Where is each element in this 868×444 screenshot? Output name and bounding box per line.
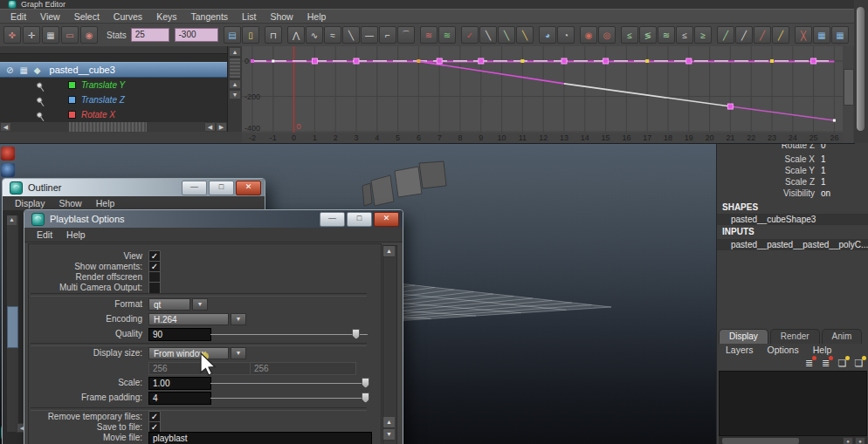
selected-node-row[interactable]: ⊘ ▦ ◆ pasted__cube3 [0, 62, 227, 78]
ge-menu-help[interactable]: Help [300, 10, 334, 23]
scroll-down-button[interactable]: ▼ [383, 429, 395, 441]
outliner-menu-show[interactable]: Show [52, 197, 88, 209]
ge-menu-edit[interactable]: Edit [3, 10, 33, 23]
movie-file-field[interactable]: playblast [148, 432, 372, 444]
ge-menu-list[interactable]: List [235, 10, 263, 23]
pre-infinity-cycle-icon[interactable]: ≤ [621, 26, 638, 44]
channel-row-translate-z[interactable]: Translate Z [0, 94, 227, 106]
attribute-row-scale-y[interactable]: Scale Y1 [717, 166, 868, 177]
layer-membership-icon[interactable]: ≣ [819, 357, 832, 369]
create-layer-from-selected-icon[interactable]: ❏ [852, 357, 865, 369]
format-dropdown-arrow[interactable]: ▼ [192, 298, 208, 311]
scroll-thumb[interactable] [7, 306, 18, 348]
swap-buffer-curves-icon[interactable]: ≋ [438, 26, 456, 44]
tab-anim[interactable]: Anim [822, 329, 863, 344]
attribute-row-visibility[interactable]: Visibilityon [717, 188, 868, 200]
curve-spreadsheet-icon[interactable]: ▦ [831, 26, 849, 44]
auto-tangents-icon[interactable]: ⋀ [287, 26, 305, 44]
center-current-time-icon[interactable]: ▯ [242, 26, 259, 44]
scroll-thumb[interactable] [229, 58, 241, 79]
scroll-left-button[interactable]: ◀ [0, 122, 11, 132]
graph-editor-curve-view[interactable]: -2-1012345678910111213141516171819202122… [242, 46, 843, 143]
post-infinity-cycle-icon[interactable]: ╱ [717, 26, 734, 44]
layer-horizontal-scrollbar[interactable]: ● ● [719, 436, 867, 444]
untemplate-channel-icon[interactable]: ◎ [598, 26, 616, 44]
stats-value-field[interactable]: -300 [175, 28, 218, 42]
attribute-row-rotate-z[interactable]: Rotate Z0 [717, 143, 868, 152]
attribute-value[interactable]: 1 [821, 177, 826, 187]
scroll-thumb[interactable] [722, 438, 799, 444]
encoding-dropdown[interactable]: H.264 [148, 313, 229, 325]
value-snap-icon[interactable]: ◔ [557, 26, 575, 44]
pre-infinity-linear-icon[interactable]: ≤ [676, 26, 693, 44]
scroll-button-a[interactable]: ● [843, 437, 853, 444]
pre-infinity-oscillate-icon[interactable]: ≋ [658, 26, 675, 44]
pin-icon[interactable] [35, 80, 45, 91]
tree-horizontal-scrollbar[interactable]: ◀ ◀ ▶ [0, 122, 227, 132]
scroll-button-b[interactable]: ● [855, 437, 865, 444]
playblast-maximize-button[interactable]: □ [347, 212, 372, 227]
scroll-thumb[interactable] [844, 69, 854, 106]
format-dropdown[interactable]: qt [148, 298, 190, 311]
scroll-up-button2[interactable]: ▲ [229, 79, 241, 89]
quality-field[interactable]: 90 [148, 328, 211, 341]
scroll-right-button[interactable]: ▶ [216, 122, 227, 132]
outliner-close-button[interactable]: ✕ [236, 181, 261, 195]
post-infinity-oscillate-icon[interactable]: ╱ [754, 26, 771, 44]
break-tangents-icon[interactable]: ✓ [461, 26, 479, 44]
snapshot-curves-icon[interactable]: ⊓ [265, 26, 282, 44]
graph-editor-titlebar[interactable]: ◠ Graph Editor [0, 0, 854, 9]
move-to-layer-icon[interactable]: ≣ [803, 357, 816, 369]
shape-name-row[interactable]: pasted__cubeShape3 [717, 214, 868, 225]
playblast-close-button[interactable]: ✕ [374, 212, 399, 227]
pin-icon[interactable] [35, 95, 45, 106]
pre-infinity-cycle-offset-icon[interactable]: ≶ [639, 26, 657, 44]
add-keys-tool-icon[interactable]: ╳ [795, 26, 812, 44]
attribute-value[interactable]: 0 [821, 143, 826, 150]
channel-label[interactable]: Translate Z [81, 95, 125, 105]
attribute-value[interactable]: 1 [821, 154, 826, 164]
outliner-maximize-button[interactable]: □ [209, 181, 234, 195]
layer-menu-options[interactable]: Options [761, 344, 806, 356]
outliner-titlebar[interactable]: ◠ Outliner —□✕ [3, 179, 265, 196]
buffer-curve-snapshot-icon[interactable]: ≋ [420, 26, 437, 44]
clamped-tangents-icon[interactable]: ≈ [324, 26, 341, 44]
scroll-track[interactable] [11, 122, 204, 132]
ge-menu-curves[interactable]: Curves [107, 10, 149, 23]
filter-icon[interactable]: ▦ [19, 65, 27, 75]
playblast-vertical-scrollbar[interactable]: ▲ ▲ ▼ [382, 245, 397, 444]
channel-label[interactable]: Translate Y [81, 80, 125, 90]
frame-padding-slider[interactable] [210, 393, 368, 403]
free-tangent-weight-icon[interactable]: ╲ [498, 26, 515, 44]
ge-menu-tangents[interactable]: Tangents [183, 10, 235, 23]
step-tangents-icon[interactable]: ⌐ [379, 26, 396, 44]
frame-padding-field[interactable]: 4 [148, 392, 211, 405]
outliner-vertical-scrollbar[interactable]: ▲ [6, 215, 19, 433]
channel-row-translate-y[interactable]: Translate Y [0, 79, 227, 91]
post-infinity-cycle-offset-icon[interactable]: ╱ [735, 26, 753, 44]
layer-menu-layers[interactable]: Layers [719, 344, 761, 356]
channel-row-rotate-x[interactable]: Rotate X [0, 109, 227, 120]
quality-slider[interactable] [210, 329, 368, 339]
retime-keys-tool-icon[interactable]: ◉ [80, 26, 98, 44]
display-size-dropdown-arrow[interactable]: ▼ [231, 347, 246, 359]
region-keys-tool-icon[interactable]: ▭ [61, 26, 79, 44]
playblast-minimize-button[interactable]: — [320, 212, 345, 227]
tab-render[interactable]: Render [770, 329, 820, 344]
outliner-menu-display[interactable]: Display [8, 197, 52, 209]
ge-menu-select[interactable]: Select [67, 10, 107, 23]
stats-time-field[interactable]: 25 [131, 28, 169, 42]
flat-tangents-icon[interactable]: — [361, 26, 378, 44]
scroll-up-button[interactable]: ▲ [7, 215, 17, 225]
create-empty-layer-icon[interactable]: ❏ [836, 357, 849, 369]
layer-menu-help[interactable]: Help [806, 344, 839, 356]
ge-menu-show[interactable]: Show [263, 10, 300, 23]
graph-vertical-scrollbar[interactable] [843, 46, 853, 143]
multi-camera-checkbox[interactable] [148, 282, 161, 294]
post-infinity-linear-icon[interactable]: ╱ [772, 26, 789, 44]
encoding-dropdown-arrow[interactable]: ▼ [231, 313, 246, 325]
pre-infinity-constant-icon[interactable]: ≥ [694, 26, 712, 44]
input-name-row[interactable]: pasted__pasted__pasted__polyC... [717, 239, 868, 250]
plateau-tangents-icon[interactable]: ⌒ [397, 26, 415, 44]
lattice-deform-keys-tool-icon[interactable]: ▦ [42, 26, 59, 44]
